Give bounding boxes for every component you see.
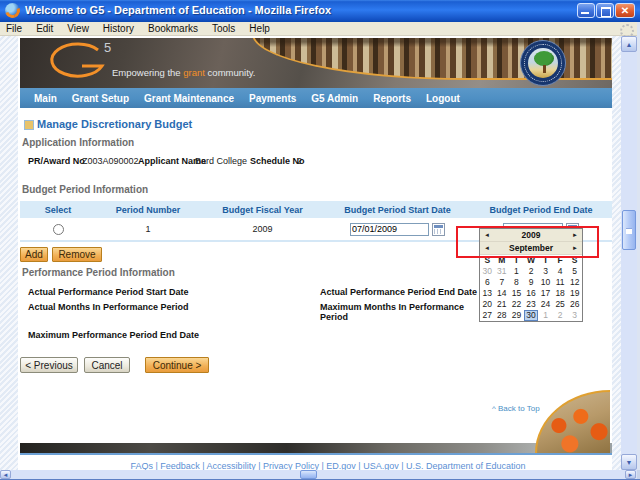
select-radio[interactable] <box>53 224 64 235</box>
nav-payments[interactable]: Payments <box>249 93 296 104</box>
calendar-day[interactable]: 1 <box>538 310 553 321</box>
calendar-day[interactable]: 13 <box>480 288 495 299</box>
calendar-day[interactable]: 2 <box>524 266 539 277</box>
col-fiscal-year: Budget Fiscal Year <box>200 205 325 215</box>
scroll-down-icon[interactable]: ▼ <box>621 454 637 470</box>
calendar-day[interactable]: 4 <box>553 266 568 277</box>
calendar-day[interactable]: 21 <box>495 299 510 310</box>
nav-grant-setup[interactable]: Grant Setup <box>72 93 129 104</box>
minimize-button[interactable] <box>577 3 595 18</box>
calendar-day[interactable]: 15 <box>509 288 524 299</box>
horizontal-scrollbar[interactable]: ◄ ► <box>0 470 637 479</box>
calendar-day[interactable]: 17 <box>538 288 553 299</box>
calendar-day[interactable]: 14 <box>495 288 510 299</box>
calendar-day[interactable]: 25 <box>553 299 568 310</box>
close-button[interactable] <box>615 3 635 18</box>
calendar-day[interactable]: 7 <box>495 277 510 288</box>
calendar-day-header: M <box>495 255 510 266</box>
next-month-icon[interactable]: ► <box>568 245 582 251</box>
calendar-month: September <box>494 243 568 253</box>
calendar-day[interactable]: 29 <box>509 310 524 321</box>
calendar-day[interactable]: 12 <box>567 277 582 288</box>
calendar-day[interactable]: 16 <box>524 288 539 299</box>
calendar-day[interactable]: 11 <box>553 277 568 288</box>
prev-month-icon[interactable]: ◄ <box>480 245 494 251</box>
cancel-button[interactable]: Cancel <box>84 357 130 373</box>
window-titlebar[interactable]: Welcome to G5 - Department of Education … <box>0 0 640 22</box>
calendar-day[interactable]: 26 <box>567 299 582 310</box>
firefox-icon <box>5 3 20 18</box>
calendar-day[interactable]: 8 <box>509 277 524 288</box>
calendar-day[interactable]: 28 <box>495 310 510 321</box>
fiscal-year-value: 2009 <box>200 224 325 234</box>
calendar-day[interactable]: 18 <box>553 288 568 299</box>
nav-main[interactable]: Main <box>34 93 57 104</box>
calendar-day-header: W <box>524 255 539 266</box>
calendar-day[interactable]: 9 <box>524 277 539 288</box>
calendar-day[interactable]: 1 <box>509 266 524 277</box>
restore-button[interactable] <box>596 3 614 18</box>
footer-links[interactable]: FAQs | Feedback | Accessibility | Privac… <box>128 461 528 470</box>
calendar-day[interactable]: 27 <box>480 310 495 321</box>
nav-grant-maintenance[interactable]: Grant Maintenance <box>144 93 234 104</box>
start-date-calendar-icon[interactable] <box>432 223 445 236</box>
actual-end-label: Actual Performance Period End Date <box>320 287 477 297</box>
window-title: Welcome to G5 - Department of Education … <box>25 4 331 16</box>
menu-view[interactable]: View <box>67 23 89 34</box>
calendar-day-selected[interactable]: 30 <box>524 310 539 321</box>
menu-help[interactable]: Help <box>249 23 270 34</box>
calendar-day[interactable]: 20 <box>480 299 495 310</box>
calendar-day[interactable]: 10 <box>538 277 553 288</box>
menu-bar: File Edit View History Bookmarks Tools H… <box>0 22 640 36</box>
period-number-value: 1 <box>96 224 200 234</box>
budget-period-heading: Budget Period Information <box>22 184 148 195</box>
calendar-day[interactable]: 5 <box>567 266 582 277</box>
calendar-day-header: S <box>480 255 495 266</box>
calendar-day[interactable]: 30 <box>480 266 495 277</box>
scroll-right-icon[interactable]: ► <box>625 470 636 479</box>
menu-file[interactable]: File <box>6 23 22 34</box>
continue-button[interactable]: Continue > <box>145 357 209 373</box>
menu-bookmarks[interactable]: Bookmarks <box>148 23 198 34</box>
footer-photo-strip <box>20 443 612 455</box>
calendar-day[interactable]: 2 <box>553 310 568 321</box>
schedule-no-value: 2 <box>297 156 302 166</box>
menu-history[interactable]: History <box>103 23 134 34</box>
nav-logout[interactable]: Logout <box>426 93 460 104</box>
calendar-day[interactable]: 24 <box>538 299 553 310</box>
nav-reports[interactable]: Reports <box>373 93 411 104</box>
calendar-day[interactable]: 3 <box>567 310 582 321</box>
back-to-top-link[interactable]: ^ Back to Top <box>492 404 540 413</box>
next-year-icon[interactable]: ► <box>568 232 582 238</box>
table-header-row: Select Period Number Budget Fiscal Year … <box>20 201 612 218</box>
calendar-day[interactable]: 19 <box>567 288 582 299</box>
col-select: Select <box>20 205 96 215</box>
menu-tools[interactable]: Tools <box>212 23 235 34</box>
max-months-label: Maximum Months In Performance Period <box>320 302 475 322</box>
menu-edit[interactable]: Edit <box>36 23 53 34</box>
horizontal-scroll-thumb[interactable] <box>300 470 317 479</box>
prev-year-icon[interactable]: ◄ <box>480 232 494 238</box>
page-title: Manage Discretionary Budget <box>37 118 192 130</box>
calendar-day[interactable]: 23 <box>524 299 539 310</box>
calendar-day[interactable]: 6 <box>480 277 495 288</box>
calendar-day[interactable]: 3 <box>538 266 553 277</box>
main-nav: Main Grant Setup Grant Maintenance Payme… <box>20 88 612 108</box>
remove-button[interactable]: Remove <box>52 247 102 262</box>
calendar-day[interactable]: 22 <box>509 299 524 310</box>
nav-g5-admin[interactable]: G5 Admin <box>311 93 358 104</box>
g5-logo-icon <box>46 42 110 84</box>
page-viewport: 5 Empowering the grant community. Main G… <box>0 36 621 470</box>
start-date-input[interactable] <box>350 223 429 236</box>
calendar-day[interactable]: 31 <box>495 266 510 277</box>
col-end-date: Budget Period End Date <box>470 205 612 215</box>
calendar-day-header: S <box>567 255 582 266</box>
scroll-left-icon[interactable]: ◄ <box>0 470 11 479</box>
vertical-scroll-thumb[interactable] <box>622 210 636 250</box>
browser-window: Welcome to G5 - Department of Education … <box>0 0 640 480</box>
vertical-scrollbar[interactable]: ▲ ▼ <box>621 36 637 470</box>
add-button[interactable]: Add <box>20 247 48 262</box>
scroll-up-icon[interactable]: ▲ <box>621 36 637 52</box>
previous-button[interactable]: < Previous <box>20 357 78 373</box>
banner-tagline: Empowering the grant community. <box>112 67 255 78</box>
